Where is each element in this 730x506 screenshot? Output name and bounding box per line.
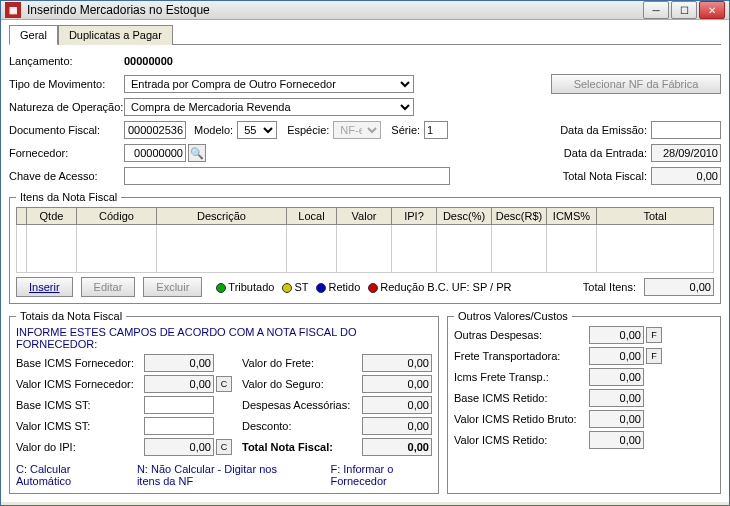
base-icms-st-input[interactable] <box>144 396 214 414</box>
col-icms[interactable]: ICMS% <box>547 208 597 225</box>
legend-st: ST <box>282 281 308 293</box>
valor-icms-forn-label: Valor ICMS Fornecedor: <box>16 378 144 390</box>
titlebar: ▦ Inserindo Mercadorias no Estoque ─ ☐ ✕ <box>1 1 729 20</box>
total-itens-label: Total Itens: <box>583 281 636 293</box>
frete-transp-label: Frete Transportadora: <box>454 350 589 362</box>
col-descricao[interactable]: Descrição <box>157 208 287 225</box>
app-window: ▦ Inserindo Mercadorias no Estoque ─ ☐ ✕… <box>0 0 730 506</box>
total-nf-header-label: Total Nota Fiscal: <box>563 170 647 182</box>
data-entrada-input[interactable] <box>651 144 721 162</box>
natureza-select[interactable]: Compra de Mercadoria Revenda <box>124 98 414 116</box>
outras-desp-input[interactable] <box>589 326 644 344</box>
frete-transp-input[interactable] <box>589 347 644 365</box>
legend-reducao: Redução B.C. UF: SP / PR <box>368 281 511 293</box>
modelo-select[interactable]: 55 <box>237 121 277 139</box>
valor-seguro-label: Valor do Seguro: <box>242 378 362 390</box>
chave-label: Chave de Acesso: <box>9 170 124 182</box>
serie-label: Série: <box>391 124 420 136</box>
serie-input[interactable] <box>424 121 448 139</box>
valor-ipi-input[interactable] <box>144 438 214 456</box>
excluir-button[interactable]: Excluir <box>143 277 202 297</box>
outras-desp-label: Outras Despesas: <box>454 329 589 341</box>
c-flag-button-2[interactable]: C <box>216 439 232 455</box>
col-ipi[interactable]: IPI? <box>392 208 437 225</box>
natureza-label: Natureza de Operação: <box>9 101 124 113</box>
desp-acess-label: Despesas Acessórias: <box>242 399 362 411</box>
editar-button[interactable]: Editar <box>81 277 136 297</box>
fornecedor-input[interactable] <box>124 144 186 162</box>
base-icms-ret-input[interactable] <box>589 389 644 407</box>
valor-ipi-label: Valor do IPI: <box>16 441 144 453</box>
col-codigo[interactable]: Código <box>77 208 157 225</box>
doc-fiscal-input[interactable] <box>124 121 186 139</box>
total-itens-value <box>644 278 714 296</box>
valor-icms-forn-input[interactable] <box>144 375 214 393</box>
valor-icms-ret-bruto-input[interactable] <box>589 410 644 428</box>
minimize-button[interactable]: ─ <box>643 1 669 19</box>
especie-select[interactable]: NF-e <box>333 121 381 139</box>
desconto-label: Desconto: <box>242 420 362 432</box>
icms-frete-label: Icms Frete Transp.: <box>454 371 589 383</box>
tab-geral[interactable]: Geral <box>9 25 58 45</box>
tab-duplicatas[interactable]: Duplicatas a Pagar <box>58 25 173 45</box>
footer: Salvar Cancelar <box>1 502 729 506</box>
search-fornecedor-icon[interactable]: 🔍 <box>188 144 206 162</box>
chave-input[interactable] <box>124 167 450 185</box>
itens-fieldset: Itens da Nota Fiscal Qtde Código Descriç… <box>9 191 721 304</box>
col-handle <box>17 208 27 225</box>
valor-seguro-input[interactable] <box>362 375 432 393</box>
total-nf-header-value <box>651 167 721 185</box>
itens-legend: Itens da Nota Fiscal <box>16 191 121 203</box>
icms-frete-input[interactable] <box>589 368 644 386</box>
valor-icms-ret-bruto-label: Valor ICMS Retido Bruto: <box>454 413 589 425</box>
data-emissao-input[interactable] <box>651 121 721 139</box>
col-valor[interactable]: Valor <box>337 208 392 225</box>
inserir-button[interactable]: Inserir <box>16 277 73 297</box>
f-flag-button-2[interactable]: F <box>646 348 662 364</box>
doc-fiscal-label: Documento Fiscal: <box>9 124 124 136</box>
base-icms-ret-label: Base ICMS Retido: <box>454 392 589 404</box>
maximize-button[interactable]: ☐ <box>671 1 697 19</box>
base-icms-forn-label: Base ICMS Fornecedor: <box>16 357 144 369</box>
tabstrip: Geral Duplicatas a Pagar <box>9 24 721 45</box>
footnote-n: N: Não Calcular - Digitar nos itens da N… <box>137 463 303 487</box>
col-total[interactable]: Total <box>597 208 714 225</box>
close-button[interactable]: ✕ <box>699 1 725 19</box>
base-icms-forn-input[interactable] <box>144 354 214 372</box>
window-title: Inserindo Mercadorias no Estoque <box>27 3 643 17</box>
legend-retido: Retido <box>316 281 360 293</box>
totais-legend: Totais da Nota Fiscal <box>16 310 126 322</box>
valor-icms-ret-label: Valor ICMS Retido: <box>454 434 589 446</box>
itens-table: Qtde Código Descrição Local Valor IPI? D… <box>16 207 714 273</box>
col-qtde[interactable]: Qtde <box>27 208 77 225</box>
total-nf-input <box>362 438 432 456</box>
table-row <box>17 225 714 273</box>
col-local[interactable]: Local <box>287 208 337 225</box>
lancamento-label: Lançamento: <box>9 55 124 67</box>
desp-acess-input[interactable] <box>362 396 432 414</box>
data-emissao-label: Data da Emissão: <box>560 124 647 136</box>
f-flag-button[interactable]: F <box>646 327 662 343</box>
valor-icms-ret-input[interactable] <box>589 431 644 449</box>
data-entrada-label: Data da Entrada: <box>564 147 647 159</box>
especie-label: Espécie: <box>287 124 329 136</box>
lancamento-value: 00000000 <box>124 55 173 67</box>
selecionar-nf-button[interactable]: Selecionar NF da Fábrica <box>551 74 721 94</box>
legend-tributado: Tributado <box>216 281 274 293</box>
totais-fieldset: Totais da Nota Fiscal INFORME ESTES CAMP… <box>9 310 439 494</box>
col-descp[interactable]: Desc(%) <box>437 208 492 225</box>
desconto-input[interactable] <box>362 417 432 435</box>
tipo-movimento-label: Tipo de Movimento: <box>9 78 124 90</box>
outros-legend: Outros Valores/Custos <box>454 310 572 322</box>
c-flag-button[interactable]: C <box>216 376 232 392</box>
footnote-c: C: Calcular Automático <box>16 463 109 487</box>
valor-frete-input[interactable] <box>362 354 432 372</box>
client-area: Geral Duplicatas a Pagar Lançamento: 000… <box>1 20 729 502</box>
valor-icms-st-input[interactable] <box>144 417 214 435</box>
fornecedor-label: Fornecedor: <box>9 147 124 159</box>
col-descr[interactable]: Desc(R$) <box>492 208 547 225</box>
valor-frete-label: Valor do Frete: <box>242 357 362 369</box>
tipo-movimento-select[interactable]: Entrada por Compra de Outro Fornecedor <box>124 75 414 93</box>
base-icms-st-label: Base ICMS ST: <box>16 399 144 411</box>
footnote-f: F: Informar o Fornecedor <box>330 463 432 487</box>
